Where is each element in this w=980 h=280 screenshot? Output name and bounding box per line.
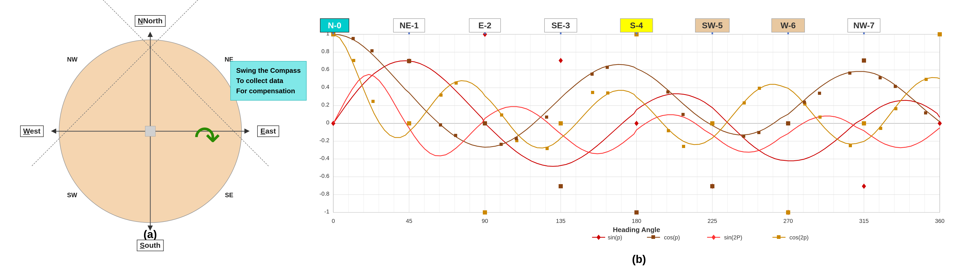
cos2p-marker-extra [894, 107, 897, 110]
cos2p-marker-extra [758, 87, 761, 90]
svg-text:0.8: 0.8 [321, 48, 329, 54]
cosp-extra [848, 72, 851, 75]
cos2p-marker-extra [818, 115, 822, 118]
swing-line3: For compensation [236, 86, 301, 96]
ne1-label: NE-1 [399, 21, 418, 30]
svg-text:-0.2: -0.2 [320, 137, 329, 144]
cosp-extra [590, 72, 593, 76]
swing-line1: Swing the Compass [236, 66, 301, 76]
north-label: NNorth [135, 15, 166, 27]
rotation-arrow: ↷ [194, 122, 220, 153]
chart-svg: 1 0.8 0.6 0.4 0.2 0 -0.2 -0.4 -0.6 -0.8 … [312, 15, 966, 250]
cosp-extra [757, 131, 760, 134]
legend-cosp-marker [651, 235, 655, 239]
cos2p-marker-360 [938, 32, 942, 37]
legend-sinp-label: sin(p) [608, 234, 622, 241]
south-label: South [137, 240, 164, 251]
legend-sinp-marker [597, 235, 601, 240]
svg-text:-0.6: -0.6 [320, 173, 329, 179]
legend-cos2p-label: cos(2p) [789, 234, 808, 241]
cosp-marker-135 [558, 184, 563, 188]
cos2p-marker-extra [849, 144, 852, 147]
main-container: NNorth South East West NE SE SW NW ↷ Swi… [6, 6, 974, 274]
n0-label: N-0 [328, 21, 341, 30]
cosp-extra [878, 76, 882, 79]
sw5-label: SW-5 [702, 21, 722, 30]
s4-label: S-4 [630, 21, 643, 30]
cosp-marker-270 [786, 121, 790, 125]
cos2p-marker-extra [682, 145, 685, 148]
cosp-extra [924, 111, 927, 114]
cos2p-marker-90 [483, 210, 487, 214]
south-arrow [148, 226, 153, 231]
cos2p-marker-extra [606, 91, 609, 94]
cosp-extra [894, 85, 897, 88]
svg-text:90: 90 [482, 218, 488, 224]
compass-circle: NNorth South East West NE SE SW NW ↷ Swi… [59, 40, 242, 223]
svg-text:0: 0 [326, 119, 329, 126]
w6-label: W-6 [780, 21, 795, 30]
svg-text:Heading Angle: Heading Angle [613, 226, 660, 234]
cos2p-marker-135 [558, 121, 563, 125]
east-arrow [244, 129, 250, 134]
chart-container: 1 0.8 0.6 0.4 0.2 0 -0.2 -0.4 -0.6 -0.8 … [312, 15, 966, 250]
legend-sin2p-marker [711, 235, 716, 240]
ne-line [32, 47, 151, 166]
legend-sin2p-label: sin(2P) [724, 234, 742, 241]
se-label: SE [225, 192, 233, 199]
cosp-extra [681, 113, 685, 116]
sw-label: SW [67, 192, 77, 199]
svg-text:-1: -1 [324, 208, 329, 215]
cos2p-marker-extra [455, 82, 458, 85]
cos2p-marker-extra [667, 129, 670, 132]
west-arrow [51, 129, 56, 134]
north-arrow [148, 32, 153, 37]
cosp-extra [666, 90, 670, 93]
cos2p-marker-extra [352, 59, 355, 62]
legend-cosp-label: cos(p) [664, 234, 680, 241]
east-label: East [257, 125, 279, 137]
cos2p-marker-extra [743, 101, 746, 104]
cos2p-marker-225 [710, 121, 714, 125]
cosp-extra [352, 37, 355, 40]
cosp-extra [742, 134, 745, 138]
cos2p-marker-extra [546, 147, 549, 150]
cos2p-marker-extra [924, 78, 928, 81]
svg-text:45: 45 [406, 218, 412, 224]
cosp-extra [606, 66, 609, 69]
cosp-extra [454, 134, 457, 137]
se-line [32, 0, 151, 48]
cosp-extra [500, 143, 503, 146]
svg-text:315: 315 [859, 218, 869, 224]
cos2p-marker-extra [371, 100, 375, 103]
svg-text:135: 135 [556, 218, 565, 224]
nw7-label: NW-7 [853, 21, 874, 30]
cos2p-marker-45 [407, 121, 411, 125]
cos2p-marker-extra [879, 127, 882, 130]
swing-line2: To collect data [236, 76, 301, 86]
svg-text:0.4: 0.4 [321, 83, 329, 90]
cos2p-marker-315 [862, 121, 866, 125]
swing-text-box: Swing the Compass To collect data For co… [230, 61, 306, 101]
cos2p-marker-extra [591, 91, 594, 94]
cosp-marker-180 [635, 210, 639, 214]
cos2p-marker-extra [500, 114, 503, 117]
cosp-extra [439, 123, 442, 126]
cosp-marker-45 [407, 59, 411, 63]
west-label: West [20, 125, 44, 137]
nw-label: NW [67, 56, 78, 63]
svg-text:-0.8: -0.8 [320, 190, 329, 197]
cosp-extra [515, 137, 518, 140]
cosp-extra [371, 49, 374, 53]
svg-text:180: 180 [632, 218, 641, 224]
se3-label: SE-3 [551, 21, 570, 30]
cosp-extra [818, 92, 821, 95]
cos2p-marker-270 [786, 210, 790, 214]
cosp-marker-315 [862, 58, 866, 62]
svg-text:0.2: 0.2 [321, 101, 329, 108]
chart-panel: 1 0.8 0.6 0.4 0.2 0 -0.2 -0.4 -0.6 -0.8 … [304, 9, 974, 271]
cosp-extra [545, 115, 548, 118]
svg-text:0.6: 0.6 [321, 66, 329, 72]
cosp-extra [803, 101, 806, 104]
svg-text:0: 0 [331, 218, 335, 224]
